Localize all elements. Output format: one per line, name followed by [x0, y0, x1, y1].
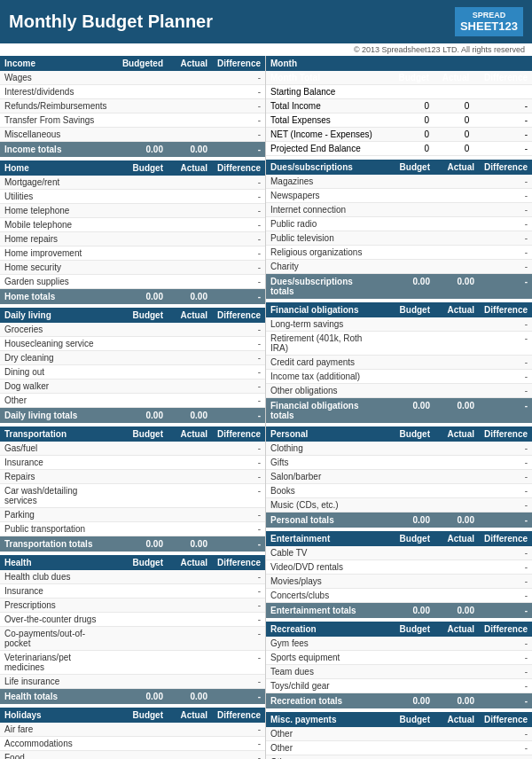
row-label: Gifts: [270, 458, 377, 467]
row-budget: [110, 395, 163, 405]
row-label: Over-the-counter drugs: [4, 614, 110, 624]
row-diff: -: [207, 234, 261, 244]
personal-section: Personal Budget Actual Difference Clothi…: [266, 426, 532, 528]
dues-totals: Dues/subscriptions totals 0.00 0.00 -: [266, 274, 532, 299]
row-actual: [163, 87, 207, 97]
table-row: Clothing -: [266, 442, 532, 456]
row-actual: [430, 357, 474, 367]
personal-totals: Personal totals 0.00 0.00 -: [266, 513, 532, 528]
row-budget: [110, 586, 163, 596]
table-row: Gas/fuel -: [0, 442, 265, 456]
row-actual: [163, 739, 207, 748]
row-diff: -: [207, 724, 261, 734]
header: Monthly Budget Planner SPREAD SHEET123: [0, 0, 532, 43]
row-label: Life insurance: [4, 677, 110, 686]
row-diff: -: [474, 653, 528, 662]
row-diff: -: [474, 472, 528, 481]
table-row: Co-payments/out-of-pocket -: [0, 627, 265, 651]
row-actual: [163, 101, 207, 111]
row-budget: [110, 381, 163, 391]
row-label: Co-payments/out-of-pocket: [4, 629, 110, 648]
row-label: Magazines: [270, 176, 377, 186]
row-actual: [163, 262, 207, 272]
row-label: Retirement (401k, Roth IRA): [270, 333, 377, 353]
table-row: Magazines -: [266, 175, 532, 189]
month-section: Month Month Total Budget Actual Differen…: [266, 56, 532, 156]
row-label: Religious organizations: [270, 247, 377, 257]
main-content: Income Budgeted Actual Difference Wages …: [0, 56, 532, 759]
home-header: Home Budget Actual Difference: [0, 160, 265, 176]
table-row: Car wash/detailing services -: [0, 484, 265, 508]
row-actual: [430, 681, 474, 691]
row-label: Long-term savings: [270, 319, 377, 329]
row-budget: [377, 729, 430, 739]
row-label: Internet connection: [270, 205, 377, 215]
row-diff: -: [474, 548, 528, 558]
row-actual: [430, 219, 474, 229]
row-diff: -: [474, 233, 528, 243]
row-budget: [110, 115, 163, 125]
row-budget: [377, 233, 430, 243]
table-row: Income tax (additional) -: [266, 370, 532, 384]
row-diff: -: [207, 677, 261, 686]
row-budget: [110, 629, 163, 648]
row-diff: -: [474, 219, 528, 229]
row-label: Repairs: [4, 472, 110, 481]
row-actual: [163, 381, 207, 391]
row-label: Dry cleaning: [4, 353, 110, 363]
income-section: Income Budgeted Actual Difference Wages …: [0, 56, 265, 157]
entertainment-rows: Cable TV - Video/DVD rentals - Movies/pl…: [266, 546, 532, 603]
holidays-header: Holidays Budget Actual Difference: [0, 708, 265, 723]
income-total-diff: -: [207, 145, 261, 154]
row-label: Mortgage/rent: [4, 177, 110, 187]
row-diff: -: [207, 367, 261, 377]
table-row: Long-term savings -: [266, 317, 532, 332]
row-diff: -: [474, 191, 528, 200]
row-actual: [430, 500, 474, 510]
table-row: Veterinarians/pet medicines -: [0, 651, 265, 675]
health-header: Health Budget Actual Difference: [0, 555, 265, 570]
table-row: Cable TV -: [266, 546, 532, 560]
row-diff: -: [474, 247, 528, 257]
table-row: Public transportation -: [0, 522, 265, 536]
row-budget: [110, 677, 163, 686]
row-actual: [163, 220, 207, 230]
row-actual: [430, 576, 474, 586]
row-diff: -: [207, 277, 261, 286]
income-col-diff: Difference: [207, 59, 261, 68]
personal-rows: Clothing - Gifts - Salon/barber - Books …: [266, 442, 532, 513]
row-diff: -: [207, 614, 261, 624]
table-row: Toys/child gear -: [266, 679, 532, 693]
table-row: Refunds/Reimbursements -: [0, 99, 265, 113]
row-label: Income tax (additional): [270, 372, 377, 381]
row-diff: -: [474, 576, 528, 586]
row-diff: -: [207, 353, 261, 363]
row-label: Cable TV: [270, 548, 377, 558]
row-actual: [163, 353, 207, 363]
holidays-section: Holidays Budget Actual Difference Air fa…: [0, 708, 265, 759]
table-row: Retirement (401k, Roth IRA) -: [266, 332, 532, 356]
row-label: Interest/dividends: [4, 87, 110, 97]
recreation-rows: Gym fees - Sports equipment - Team dues …: [266, 637, 532, 693]
row-diff: -: [474, 729, 528, 739]
table-row: Team dues -: [266, 665, 532, 679]
row-budget: [110, 277, 163, 286]
row-actual: [430, 386, 474, 395]
row-actual: [163, 277, 207, 286]
row-budget: [110, 486, 163, 505]
table-row: Home repairs -: [0, 232, 265, 246]
table-row: Mortgage/rent -: [0, 176, 265, 190]
row-actual: [163, 486, 207, 505]
row-actual: [163, 206, 207, 215]
row-label: Video/DVD rentals: [270, 562, 377, 572]
row-budget: [377, 681, 430, 691]
health-rows: Health club dues - Insurance - Prescript…: [0, 570, 265, 689]
dues-header: Dues/subscriptions Budget Actual Differe…: [266, 160, 532, 175]
row-label: Prescriptions: [4, 600, 110, 610]
row-diff: -: [474, 176, 528, 186]
row-diff: -: [207, 262, 261, 272]
month-total-income: Total Income 0 0 -: [266, 99, 532, 113]
row-diff: -: [207, 177, 261, 187]
row-budget: [377, 319, 430, 329]
row-diff: -: [207, 486, 261, 505]
